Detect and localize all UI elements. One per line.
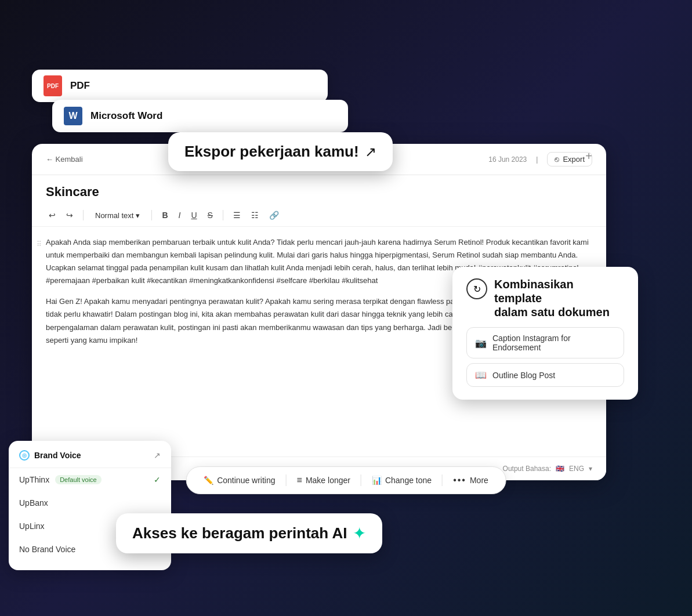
footer-right: Output Bahasa: 🇬🇧 ENG ▾ (503, 465, 592, 473)
export-tooltip: Ekspor pekerjaan kamu! ↗ (168, 132, 393, 171)
brand-voice-item-left: No Brand Voice (19, 545, 75, 554)
brand-voice-item-name: UpBanx (19, 498, 48, 508)
pdf-icon: PDF (44, 75, 62, 96)
brand-voice-item-name: No Brand Voice (19, 545, 75, 554)
make-longer-button[interactable]: ≡ Make longer (289, 472, 358, 489)
brand-voice-item-name: UpLinx (19, 521, 45, 531)
text-style-label: Normal text (95, 211, 133, 220)
brand-voice-title: ◎ Brand Voice (19, 450, 81, 461)
brand-voice-item-name: UpThinx (19, 475, 49, 484)
sparkle-icon: ✦ (353, 524, 366, 543)
bold-button[interactable]: B (159, 209, 171, 222)
change-tone-label: Change tone (385, 476, 432, 485)
more-dots-icon: ••• (453, 475, 466, 485)
change-tone-icon: 📊 (372, 476, 382, 485)
ai-access-tooltip: Akses ke beragam perintah AI ✦ (116, 513, 382, 553)
editor-date: 16 Jun 2023 (488, 155, 527, 164)
chevron-down-icon: ▾ (136, 211, 140, 220)
brand-voice-item-left: UpLinx (19, 521, 45, 531)
ai-access-text: Akses ke beragam perintah AI (132, 524, 347, 542)
more-label: More (470, 476, 488, 485)
combine-tooltip: ↻ Kombinasikan templatedalam satu dokume… (452, 267, 638, 400)
editor-toolbar: ↩ ↪ Normal text ▾ B I U S ☰ ☷ 🔗 (32, 204, 606, 227)
brand-voice-icon: ◎ (19, 450, 30, 461)
share-icon: ↗ (365, 144, 376, 160)
brand-voice-item-left: UpThinxDefault voice (19, 475, 102, 484)
text-style-selector[interactable]: Normal text ▾ (90, 209, 144, 222)
strikethrough-button[interactable]: S (205, 209, 216, 222)
word-icon: W (64, 107, 82, 125)
default-badge: Default voice (55, 475, 102, 484)
word-card: W Microsoft Word (52, 100, 348, 132)
add-button[interactable]: + (585, 150, 592, 163)
make-longer-icon: ≡ (297, 475, 302, 485)
brand-voice-label: Brand Voice (34, 451, 81, 460)
change-tone-button[interactable]: 📊 Change tone (364, 472, 440, 488)
redo-button[interactable]: ↪ (63, 209, 76, 222)
italic-button[interactable]: I (176, 209, 184, 222)
toolbar-divider-3 (442, 474, 443, 486)
undo-button[interactable]: ↩ (46, 209, 59, 222)
template-item-instagram[interactable]: 📷 Caption Instagram for Endorsement (466, 327, 624, 358)
template-blog-label: Outline Blog Post (492, 371, 555, 380)
combine-header: ↻ Kombinasikan templatedalam satu dokume… (466, 277, 624, 319)
pdf-label: PDF (70, 80, 90, 92)
document-title[interactable]: Skincare (32, 175, 606, 204)
ai-toolbar: ✏️ Continue writing ≡ Make longer 📊 Chan… (186, 466, 506, 494)
output-label: Output Bahasa: (503, 465, 551, 473)
toolbar-divider-1 (286, 474, 287, 486)
underline-button[interactable]: U (188, 209, 200, 222)
lang-chevron: ▾ (589, 465, 592, 473)
template-instagram-label: Caption Instagram for Endorsement (492, 334, 615, 352)
export-label: Export (563, 155, 585, 164)
brand-voice-header: ◎ Brand Voice ↗ (9, 450, 171, 468)
check-icon: ✓ (154, 475, 161, 484)
export-icon: ⎋ (555, 155, 559, 164)
continue-writing-button[interactable]: ✏️ Continue writing (195, 472, 283, 488)
brand-voice-export-icon[interactable]: ↗ (154, 451, 161, 460)
brand-voice-item[interactable]: UpThinxDefault voice✓ (9, 468, 171, 491)
toolbar-separator (83, 210, 84, 220)
lang-label: ENG (569, 465, 584, 473)
link-button[interactable]: 🔗 (266, 209, 282, 222)
separator: | (536, 155, 538, 164)
continue-writing-label: Continue writing (217, 476, 275, 485)
export-tooltip-text: Ekspor pekerjaan kamu! (184, 143, 359, 161)
back-button[interactable]: ← Kembali (46, 155, 83, 164)
template-item-blog[interactable]: 📖 Outline Blog Post (466, 363, 624, 387)
continue-writing-icon: ✏️ (204, 476, 213, 485)
blog-icon: 📖 (475, 369, 487, 381)
ordered-list-button[interactable]: ☷ (248, 209, 262, 222)
instagram-icon: 📷 (475, 338, 487, 349)
toolbar-separator-2 (151, 210, 152, 220)
bullet-list-button[interactable]: ☰ (230, 209, 244, 222)
make-longer-label: Make longer (306, 476, 350, 485)
drag-handle: ⠿ (37, 238, 42, 250)
toolbar-separator-3 (223, 210, 223, 220)
pdf-card: PDF PDF (32, 70, 328, 102)
editor-meta: 16 Jun 2023 | ⎋ Export (488, 152, 592, 166)
word-label: Microsoft Word (90, 110, 162, 122)
lang-flag: 🇬🇧 (556, 465, 564, 473)
combine-title: Kombinasikan templatedalam satu dokumen (494, 277, 624, 319)
refresh-icon: ↻ (466, 278, 487, 299)
brand-voice-item-left: UpBanx (19, 498, 48, 508)
more-button[interactable]: ••• More (445, 472, 497, 489)
toolbar-divider-2 (361, 474, 361, 486)
brand-voice-item[interactable]: UpBanx (9, 491, 171, 514)
